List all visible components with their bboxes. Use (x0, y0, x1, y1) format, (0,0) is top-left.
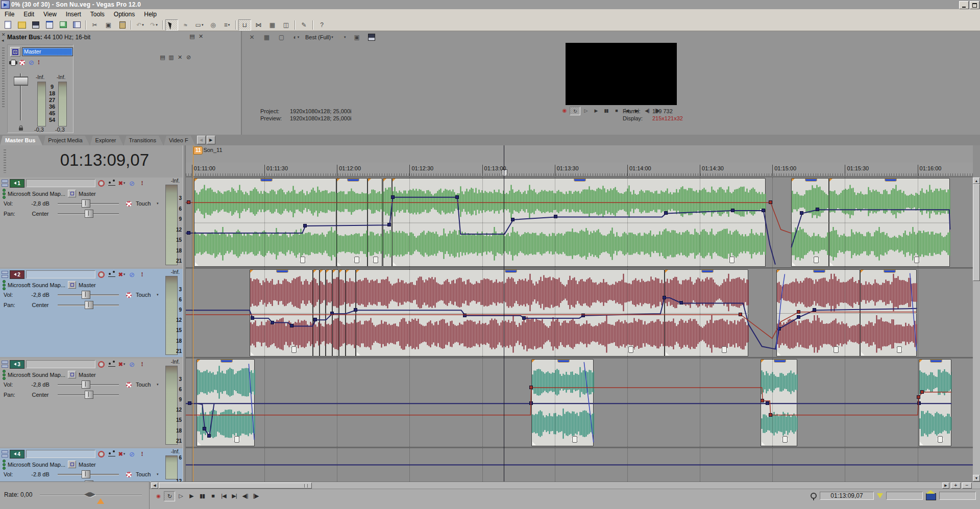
play-button[interactable]: ▶ (186, 491, 197, 500)
edit-cursor-time-display[interactable]: 01:13:09,07 (60, 150, 149, 170)
volume-slider-handle[interactable] (82, 291, 90, 299)
save-project-icon[interactable] (29, 19, 42, 31)
project-properties-icon[interactable] (43, 19, 56, 31)
enable-snapping-icon[interactable]: ⊔ (238, 19, 251, 31)
vertical-scroll-thumb[interactable] (973, 184, 980, 281)
render-as-icon[interactable] (57, 19, 69, 31)
collapse-panel-icon[interactable]: ◂ (2, 38, 4, 43)
track-envelope-button[interactable] (107, 450, 116, 458)
envelope-node[interactable] (187, 200, 190, 204)
time-ruler[interactable]: 01:11:0001:11:3001:12:0001:12:3001:13:00… (186, 163, 973, 177)
track-header-2[interactable]: 2✖▾⊘!Microsoft Sound Map...MasterVol:-2,… (0, 269, 183, 357)
automation-mode-value[interactable]: Touch (136, 381, 151, 388)
pan-value[interactable]: Center (24, 392, 56, 398)
ignore-event-grouping-icon[interactable]: ▦ (266, 19, 279, 31)
copy-snapshot-icon[interactable]: ▣ (351, 32, 363, 43)
menu-edit[interactable]: Edit (19, 10, 39, 19)
arm-record-button[interactable] (97, 361, 106, 368)
copy-icon[interactable]: ▣ (102, 19, 115, 31)
solo-button[interactable]: ⊘ (128, 180, 136, 187)
record-button[interactable]: ◉ (153, 491, 163, 500)
automation-settings-icon[interactable] (126, 201, 132, 207)
pan-slider-handle[interactable] (85, 301, 93, 309)
scroll-up-arrow[interactable]: ▲ (973, 177, 980, 184)
minimize-track-icon[interactable] (2, 271, 8, 278)
invert-phase-button[interactable]: ! (138, 271, 146, 278)
paste-icon[interactable] (116, 19, 129, 31)
tab-scroll-right-icon[interactable]: ▶ (207, 136, 215, 144)
envelope-node[interactable] (769, 200, 772, 204)
volume-value[interactable]: -2,8 dB (24, 292, 56, 298)
track-header-3[interactable]: 3✖▾⊘!Microsoft Sound Map...MasterVol:-2,… (0, 359, 183, 447)
menu-help[interactable]: Help (139, 10, 161, 19)
vertical-scrollbar[interactable]: ▲ ▼ (973, 177, 980, 481)
track-device-name[interactable]: Microsoft Sound Map... (8, 282, 65, 288)
automation-settings-icon[interactable] (126, 292, 132, 298)
track-name-field[interactable] (26, 450, 95, 458)
zoom-out-time-button[interactable]: − (962, 482, 972, 489)
solo-button[interactable]: ⊘ (128, 450, 136, 458)
fx-chain-icon[interactable] (11, 60, 16, 66)
minimize-button[interactable] (959, 1, 969, 9)
bus-assignment-button[interactable] (68, 190, 76, 197)
record-button[interactable]: ◉ (559, 107, 569, 114)
mute-icon[interactable]: ⊘ (29, 59, 34, 66)
horizontal-scrollbar[interactable]: ◀ ▶ + − (151, 481, 980, 489)
arm-record-button[interactable] (97, 180, 106, 187)
bus-assignment-button[interactable] (68, 461, 76, 468)
open-project-icon[interactable] (15, 19, 28, 31)
volume-slider-handle[interactable] (82, 380, 90, 389)
minimize-track-icon[interactable] (2, 361, 8, 368)
arm-record-button[interactable] (97, 450, 106, 458)
mute-button[interactable]: ✖▾ (117, 271, 126, 278)
zoom-in-time-button[interactable]: + (951, 482, 961, 489)
volume-value[interactable]: -2,8 dB (24, 200, 56, 207)
solo-icon[interactable]: ! (38, 59, 40, 66)
lock-envelopes-icon[interactable]: ◫ (280, 19, 292, 31)
save-snapshot-icon[interactable] (365, 32, 378, 43)
menu-options[interactable]: Options (109, 10, 139, 19)
rate-scrub-handle[interactable]: ◀◆▶ (84, 490, 93, 498)
dock-window-icon[interactable]: ▤ (188, 33, 197, 40)
envelope-line[interactable] (186, 448, 973, 481)
envelope-line[interactable] (186, 177, 973, 267)
dropdown-arrow-icon[interactable]: ▾ (157, 293, 159, 297)
scroll-right-arrow[interactable]: ▶ (942, 482, 949, 489)
automation-mode-value[interactable]: Touch (136, 471, 151, 477)
normal-edit-tool-icon[interactable] (165, 19, 178, 31)
volume-slider-handle[interactable] (82, 199, 90, 208)
pan-slider-handle[interactable] (85, 210, 93, 218)
lock-icon[interactable] (19, 128, 23, 131)
play-button[interactable]: ▶ (591, 107, 601, 114)
invert-phase-button[interactable]: ! (138, 450, 146, 458)
project-video-properties-icon[interactable]: ▦ (260, 32, 273, 43)
dropdown-arrow-icon[interactable]: ▾ (157, 201, 159, 206)
tab-transitions[interactable]: Transitions (124, 136, 163, 145)
bus-name-field[interactable]: Master (22, 47, 73, 56)
redo-icon[interactable]: ↷▾ (148, 19, 160, 31)
volume-slider-handle[interactable] (82, 470, 90, 478)
track-envelope-button[interactable] (107, 271, 116, 278)
scroll-left-arrow[interactable]: ◀ (151, 482, 158, 489)
envelope-line[interactable] (186, 269, 973, 357)
envelope-node[interactable] (769, 413, 772, 417)
insert-assignable-fx-icon[interactable]: ▥ (167, 54, 176, 61)
tab-project-media[interactable]: Project Media (43, 136, 89, 145)
go-to-start-button[interactable]: |◀ (218, 491, 229, 500)
play-from-start-button[interactable]: ▷ (176, 491, 186, 500)
envelope-edit-tool-icon[interactable]: ≈ (179, 19, 192, 31)
mute-button[interactable]: ✖▾ (117, 450, 126, 458)
automation-settings-icon[interactable] (19, 60, 25, 65)
bus-assignment-button[interactable] (68, 371, 76, 378)
envelope-node[interactable] (529, 386, 533, 389)
go-to-end-button[interactable]: ▶| (229, 491, 239, 500)
track-lane-2[interactable] (186, 269, 973, 357)
automation-mode-value[interactable]: Touch (136, 200, 151, 207)
mute-button[interactable]: ✖▾ (117, 180, 126, 187)
volume-value[interactable]: -2,8 dB (24, 381, 56, 388)
pan-value[interactable]: Center (24, 211, 56, 217)
automation-settings-icon[interactable] (126, 382, 132, 388)
track-header-4[interactable]: 4✖▾⊘!Microsoft Sound Map...MasterVol:-2.… (0, 448, 183, 481)
solo-button[interactable]: ⊘ (128, 271, 136, 278)
next-frame-button[interactable]: ||▶ (251, 491, 261, 500)
